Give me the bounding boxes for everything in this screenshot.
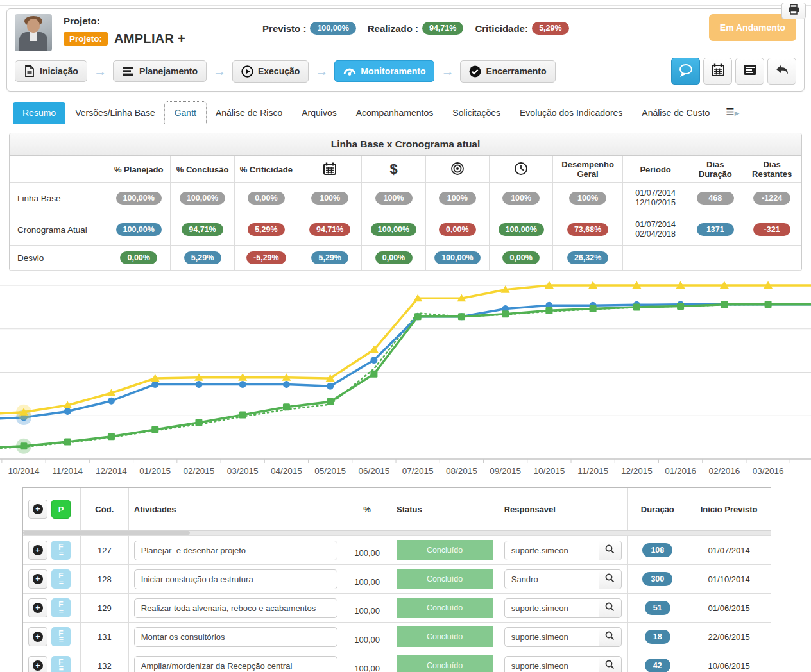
activity-name-input[interactable] xyxy=(134,541,337,560)
phase-encerramento[interactable]: Encerramento xyxy=(460,60,555,83)
add-activity-button[interactable]: + xyxy=(28,500,47,519)
expand-activity-button[interactable]: + xyxy=(28,656,47,672)
activity-form-button[interactable]: F☰ xyxy=(51,598,71,617)
tab-resumo[interactable]: Resumo xyxy=(13,102,65,124)
col-time xyxy=(490,156,553,183)
responsible-input[interactable] xyxy=(504,656,599,672)
search-responsible-button[interactable] xyxy=(599,541,622,560)
col-codigo: Cód. xyxy=(81,488,129,530)
activity-code: 131 xyxy=(81,623,129,651)
metric-pill: 100,00% xyxy=(371,223,416,236)
metric-pill: 5,29% xyxy=(311,251,348,264)
tab-versoes-linha-base[interactable]: Versões/Linha Base xyxy=(65,102,165,124)
status-badge[interactable]: Concluído xyxy=(397,626,493,647)
tab-acompanhamentos[interactable]: Acompanhamentos xyxy=(346,102,443,124)
calendar-icon xyxy=(711,63,725,80)
list-icon xyxy=(743,63,757,79)
back-button[interactable] xyxy=(767,58,796,85)
lines-glyph: ☰ xyxy=(58,579,63,585)
svg-text:09/2015: 09/2015 xyxy=(490,466,521,476)
responsible-input[interactable] xyxy=(504,569,599,589)
activity-name-input[interactable] xyxy=(134,656,337,672)
start-date: 10/06/2015 xyxy=(687,651,771,672)
search-responsible-button[interactable] xyxy=(599,627,622,647)
duration-pill: 42 xyxy=(645,659,670,672)
responsible-input[interactable] xyxy=(504,598,599,618)
activity-form-button[interactable]: F☰ xyxy=(51,656,71,672)
activity-name-input[interactable] xyxy=(134,598,337,618)
plus-circle-icon: + xyxy=(33,504,43,514)
metric-pill: 0,00% xyxy=(248,192,285,205)
project-label: Projeto: xyxy=(64,14,185,26)
horizontal-scrollbar[interactable] xyxy=(23,530,771,535)
expand-activity-button[interactable]: + xyxy=(28,541,47,560)
caret-right-icon: ▶ xyxy=(735,110,740,117)
search-responsible-button[interactable] xyxy=(599,656,622,672)
svg-text:01/2015: 01/2015 xyxy=(139,466,171,476)
row-label: Desvio xyxy=(10,246,107,271)
activity-form-button[interactable]: F☰ xyxy=(51,541,71,560)
activity-form-button[interactable]: F☰ xyxy=(51,627,71,646)
search-responsible-button[interactable] xyxy=(599,598,622,618)
expand-activity-button[interactable]: + xyxy=(28,598,47,617)
project-manager-avatar xyxy=(15,14,52,51)
expand-activity-button[interactable]: + xyxy=(28,569,47,589)
status-badge[interactable]: Concluído xyxy=(397,540,493,560)
svg-text:04/2015: 04/2015 xyxy=(271,466,302,476)
project-view-button[interactable]: P xyxy=(51,500,71,519)
metric-pill: 94,71% xyxy=(309,223,350,236)
kpi-realizado: Realizado : 94,71% xyxy=(368,22,464,35)
responsible-input[interactable] xyxy=(504,541,599,560)
metric-pill: 100,00% xyxy=(116,223,162,236)
tab-analise-de-risco[interactable]: Análise de Risco xyxy=(206,102,292,124)
col-atividades: Atividades xyxy=(129,488,343,530)
period-cell: 01/07/201412/10/2015 xyxy=(622,183,688,214)
arrow-right-icon: → xyxy=(309,64,334,79)
tab-gantt[interactable]: Gantt xyxy=(165,102,206,124)
hamburger-icon: ☰ xyxy=(726,106,734,117)
responsible-input[interactable] xyxy=(504,627,599,647)
col-responsavel: Responsável xyxy=(499,488,629,530)
svg-text:11/2015: 11/2015 xyxy=(577,466,608,476)
phase-monitoramento[interactable]: Monitoramento xyxy=(334,60,434,82)
calendar-button[interactable] xyxy=(703,58,732,85)
activity-row: + F☰ 131 100,00 Concluído 18 22/06/2015 xyxy=(23,622,771,651)
status-badge[interactable]: Concluído xyxy=(397,598,493,618)
dollar-icon: $ xyxy=(389,161,397,177)
tab-solicitacoes[interactable]: Solicitações xyxy=(443,102,510,124)
start-date: 01/07/2014 xyxy=(687,536,771,564)
col-criticidade: % Criticidade xyxy=(234,156,298,183)
period-cell xyxy=(622,246,688,271)
phase-iniciacao[interactable]: Iniciação xyxy=(15,60,87,82)
tab-evolucao-indicadores[interactable]: Evolução dos Indicadores xyxy=(510,102,632,124)
status-badge[interactable]: Concluído xyxy=(397,655,493,672)
metric-pill: 26,32% xyxy=(567,251,608,264)
svg-text:10/2015: 10/2015 xyxy=(533,466,565,476)
table-row-cronograma-atual: Cronograma Atual 100,00% 94,71% 5,29% 94… xyxy=(10,214,801,246)
kpi-previsto: Previsto : 100,00% xyxy=(262,22,356,35)
search-icon xyxy=(605,544,615,556)
tab-analise-de-custo[interactable]: Análise de Custo xyxy=(632,102,719,124)
more-tabs-button[interactable]: ☰▶ xyxy=(719,101,746,124)
list-button[interactable] xyxy=(735,58,764,85)
search-responsible-button[interactable] xyxy=(599,569,622,589)
tab-arquivos[interactable]: Arquivos xyxy=(292,102,346,124)
row-label: Linha Base xyxy=(10,183,107,214)
activity-name-input[interactable] xyxy=(134,627,337,647)
activity-form-button[interactable]: F☰ xyxy=(51,569,71,589)
check-icon xyxy=(469,65,481,78)
plus-circle-icon: + xyxy=(33,545,43,555)
scrollbar-thumb[interactable] xyxy=(23,531,190,535)
phase-execucao[interactable]: Execução xyxy=(232,60,309,83)
activity-name-input[interactable] xyxy=(134,569,337,589)
expand-activity-button[interactable]: + xyxy=(28,627,47,646)
metric-pill: -5,29% xyxy=(246,251,286,264)
bars-icon xyxy=(122,65,135,77)
chat-button[interactable] xyxy=(671,58,700,85)
status-badge[interactable]: Concluído xyxy=(397,569,493,589)
tab-bar: Resumo Versões/Linha Base Gantt Análise … xyxy=(0,101,811,124)
phase-planejamento[interactable]: Planejamento xyxy=(113,60,207,82)
gauge-icon xyxy=(343,65,356,77)
metric-pill: 100% xyxy=(502,192,540,205)
search-icon xyxy=(605,631,615,643)
